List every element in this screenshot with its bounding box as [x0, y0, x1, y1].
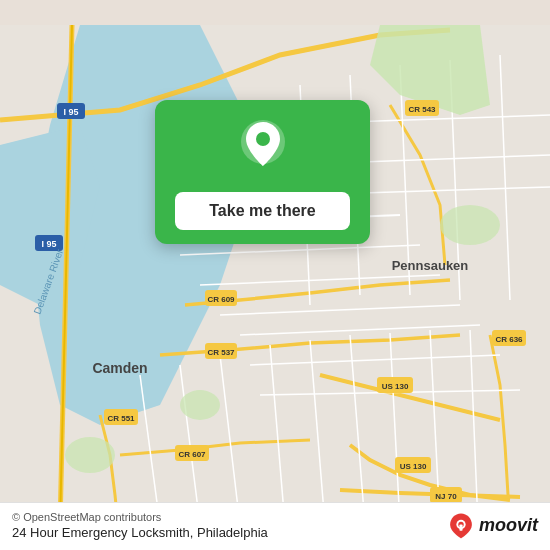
- location-title: 24 Hour Emergency Locksmith, Philadelphi…: [12, 525, 268, 540]
- svg-text:Camden: Camden: [92, 360, 147, 376]
- svg-text:NJ 70: NJ 70: [435, 492, 457, 501]
- map-background: I 95 I 95 CR 609 CR 537 CR 543 CR 551 CR…: [0, 0, 550, 550]
- moovit-logo: moovit: [447, 512, 538, 540]
- moovit-brand-text: moovit: [479, 515, 538, 536]
- osm-attribution: © OpenStreetMap contributors: [12, 511, 268, 523]
- svg-text:I 95: I 95: [63, 107, 78, 117]
- svg-rect-63: [459, 524, 462, 530]
- svg-text:US 130: US 130: [400, 462, 427, 471]
- pin-icon: [239, 118, 287, 174]
- svg-text:CR 609: CR 609: [207, 295, 235, 304]
- location-card: Take me there: [155, 100, 370, 244]
- svg-point-60: [256, 132, 270, 146]
- svg-text:US 130: US 130: [382, 382, 409, 391]
- take-me-there-button[interactable]: Take me there: [175, 192, 350, 230]
- svg-text:CR 607: CR 607: [178, 450, 206, 459]
- pin-icon-wrapper: [239, 118, 287, 178]
- map-container: I 95 I 95 CR 609 CR 537 CR 543 CR 551 CR…: [0, 0, 550, 550]
- svg-point-30: [440, 205, 500, 245]
- bottom-bar: © OpenStreetMap contributors 24 Hour Eme…: [0, 502, 550, 550]
- bottom-left-info: © OpenStreetMap contributors 24 Hour Eme…: [12, 511, 268, 540]
- svg-text:CR 543: CR 543: [408, 105, 436, 114]
- moovit-pin-icon: [447, 512, 475, 540]
- svg-point-31: [65, 437, 115, 473]
- svg-point-32: [180, 390, 220, 420]
- svg-text:Pennsauken: Pennsauken: [392, 258, 469, 273]
- svg-text:CR 537: CR 537: [207, 348, 235, 357]
- svg-text:CR 636: CR 636: [495, 335, 523, 344]
- svg-text:CR 551: CR 551: [107, 414, 135, 423]
